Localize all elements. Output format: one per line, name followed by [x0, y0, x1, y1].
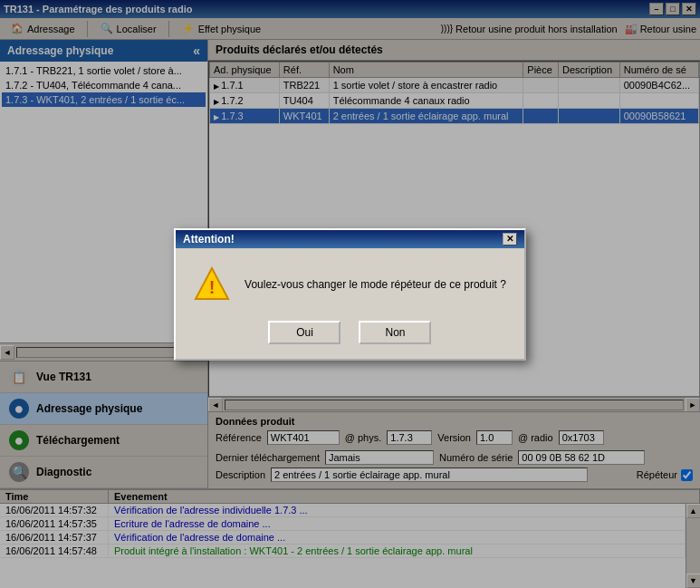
modal-buttons: Oui Non — [176, 312, 524, 359]
warning-icon: ! — [194, 266, 230, 303]
modal-title-bar: Attention! ✕ — [176, 230, 524, 248]
oui-button[interactable]: Oui — [268, 321, 340, 344]
non-button[interactable]: Non — [359, 321, 431, 344]
modal-message: Voulez-vous changer le mode répéteur de … — [245, 278, 506, 291]
attention-dialog: Attention! ✕ ! Voulez-vous changer le mo… — [174, 228, 526, 361]
svg-text:!: ! — [209, 277, 216, 297]
modal-close-button[interactable]: ✕ — [503, 233, 517, 246]
modal-title: Attention! — [183, 233, 235, 246]
modal-body: ! Voulez-vous changer le mode répéteur d… — [176, 248, 524, 312]
modal-overlay: Attention! ✕ ! Voulez-vous changer le mo… — [0, 0, 700, 588]
